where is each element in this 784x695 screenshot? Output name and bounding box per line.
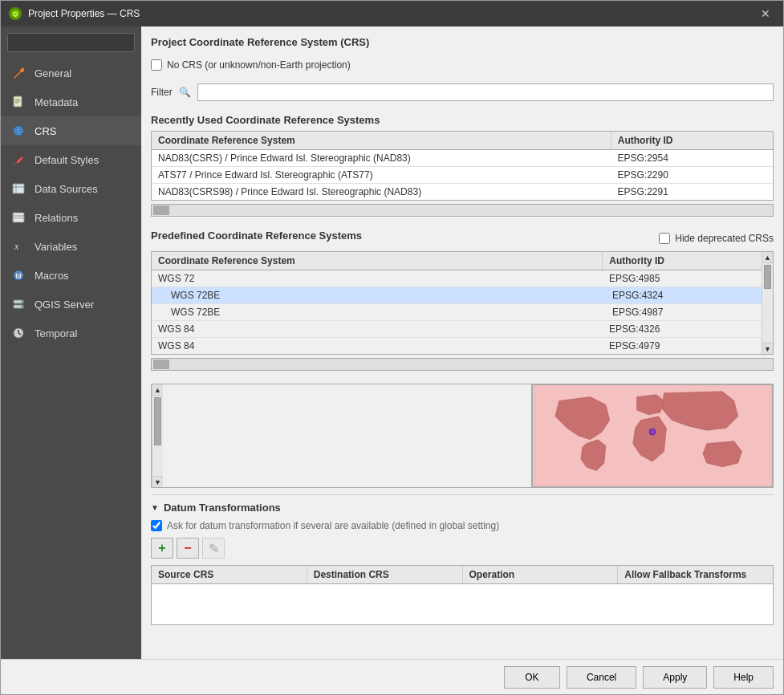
predefined-row-4[interactable]: WGS 84 EPSG:4979 [152,338,762,354]
brush-icon [10,152,26,168]
no-crs-checkbox[interactable] [151,59,162,71]
predefined-row-2[interactable]: WGS 72BE EPSG:4987 [152,304,762,321]
recently-used-crs-1: ATS77 / Prince Edward Isl. Stereographic… [152,167,611,183]
predefined-id-0: EPSG:4985 [603,270,762,287]
wkt-scroll-thumb[interactable] [154,397,161,445]
recently-used-section: Recently Used Coordinate Reference Syste… [151,114,774,223]
filter-search-icon: 🔍 [179,87,191,98]
ok-button[interactable]: OK [504,666,560,689]
datum-remove-button[interactable]: − [177,538,199,559]
sidebar: General Metadata CRS [1,26,141,659]
datum-table-header: Source CRS Destination CRS Operation All… [152,566,773,584]
recently-used-row-1[interactable]: ATS77 / Prince Edward Isl. Stereographic… [152,167,773,184]
predefined-table: Coordinate Reference System Authority ID… [152,252,762,354]
main-window: Q Project Properties — CRS ✕ General [0,0,784,695]
predefined-crs-3: WGS 84 [152,321,603,337]
table-icon [10,181,26,197]
macros-icon: M [10,267,26,283]
predefined-title: Predefined Coordinate Reference Systems [151,230,362,242]
datum-col-op: Operation [463,566,619,583]
sidebar-item-macros-label: Macros [35,270,69,282]
predefined-hscrollbar-thumb[interactable] [153,360,169,369]
predefined-scroll-up[interactable]: ▲ [762,252,773,263]
svg-text:x: x [14,241,19,252]
cancel-button[interactable]: Cancel [567,666,636,689]
globe-icon [10,123,26,139]
recently-used-row-0[interactable]: NAD83(CSRS) / Prince Edward Isl. Stereog… [152,150,773,167]
wkt-scroll-up[interactable]: ▲ [152,384,163,396]
help-button[interactable]: Help [713,666,774,689]
predefined-scroll-down[interactable]: ▼ [762,343,773,354]
datum-col-dest: Destination CRS [307,566,463,583]
no-crs-row: No CRS (or unknown/non-Earth projection) [151,59,774,71]
svg-text:M: M [15,272,22,280]
recently-used-title: Recently Used Coordinate Reference Syste… [151,114,774,126]
predefined-vscrollbar[interactable]: ▲ ▼ [762,252,773,354]
sidebar-item-metadata-label: Metadata [35,96,78,108]
datum-edit-button[interactable]: ✎ [202,538,225,559]
filter-input[interactable] [197,83,774,101]
wrench-icon [10,65,26,81]
datum-title: Datum Transformations [164,502,281,514]
sidebar-search-container [1,26,141,59]
sidebar-item-default-styles[interactable]: Default Styles [1,145,141,174]
svg-rect-11 [13,184,24,193]
sidebar-item-general[interactable]: General [1,59,141,87]
hide-deprecated-checkbox[interactable] [659,233,670,244]
edit-icon: ✎ [209,541,219,556]
datum-checkbox[interactable] [151,520,162,531]
sidebar-item-variables[interactable]: x Variables [1,232,141,261]
wkt-scroll-thumb-container [152,396,163,476]
sidebar-item-data-sources-label: Data Sources [35,183,98,195]
predefined-scroll-thumb-container [762,263,773,343]
predefined-row-3[interactable]: WGS 84 EPSG:4326 [152,321,762,338]
wkt-vscrollbar[interactable]: ▲ ▼ [152,384,163,487]
apply-button[interactable]: Apply [643,666,707,689]
recently-used-id-1: EPSG:2290 [611,167,774,183]
add-icon: + [158,541,165,555]
svg-rect-14 [13,213,24,222]
wkt-scroll-down[interactable]: ▼ [152,476,163,487]
sidebar-item-crs[interactable]: CRS [1,116,141,145]
datum-checkbox-label: Ask for datum transformation if several … [167,520,499,531]
recently-used-crs-0: NAD83(CSRS) / Prince Edward Isl. Stereog… [152,150,611,166]
predefined-scroll-thumb[interactable] [764,265,771,289]
hscrollbar-thumb[interactable] [153,205,169,215]
sidebar-item-macros[interactable]: M Macros [1,261,141,290]
datum-header[interactable]: ▼ Datum Transformations [151,502,774,514]
map-section [532,384,773,487]
predefined-crs-1: WGS 72BE [152,287,606,303]
sidebar-item-qgis-server-label: QGIS Server [35,299,94,311]
datum-add-button[interactable]: + [151,538,173,559]
svg-point-23 [21,306,22,307]
no-crs-label: No CRS (or unknown/non-Earth projection) [167,59,351,71]
main-panel: Project Coordinate Reference System (CRS… [141,26,783,659]
predefined-crs-2: WGS 72BE [152,304,606,320]
sidebar-item-metadata[interactable]: Metadata [1,87,141,116]
sidebar-item-variables-label: Variables [35,241,77,253]
variables-icon: x [10,238,26,254]
predefined-row-0[interactable]: WGS 72 EPSG:4985 [152,270,762,287]
recently-used-id-2: EPSG:2291 [611,184,774,200]
predefined-header: Predefined Coordinate Reference Systems … [151,230,774,246]
sidebar-item-data-sources[interactable]: Data Sources [1,174,141,203]
sidebar-search-input[interactable] [7,33,135,52]
close-button[interactable]: ✕ [756,6,775,22]
datum-table-body [152,584,773,624]
predefined-hscrollbar[interactable] [151,358,774,371]
sidebar-item-qgis-server[interactable]: QGIS Server [1,290,141,319]
predefined-id-2: EPSG:4987 [606,304,762,320]
predefined-row-1[interactable]: WGS 72BE EPSG:4324 [152,287,762,304]
recently-used-row-2[interactable]: NAD83(CSRS98) / Prince Edward Isl. Stere… [152,184,773,200]
sidebar-item-relations[interactable]: Relations [1,203,141,232]
footer: OK Cancel Apply Help [1,659,783,694]
page-title: Project Coordinate Reference System (CRS… [151,36,774,48]
sidebar-item-crs-label: CRS [35,125,56,137]
predefined-id-3: EPSG:4326 [603,321,762,337]
datum-col-source: Source CRS [152,566,307,583]
sidebar-item-temporal[interactable]: Temporal [1,319,141,348]
content-area: General Metadata CRS [1,26,783,659]
recently-used-crs-2: NAD83(CSRS98) / Prince Edward Isl. Stere… [152,184,611,200]
recently-used-hscrollbar[interactable] [151,204,774,217]
datum-checkbox-row: Ask for datum transformation if several … [151,520,774,531]
